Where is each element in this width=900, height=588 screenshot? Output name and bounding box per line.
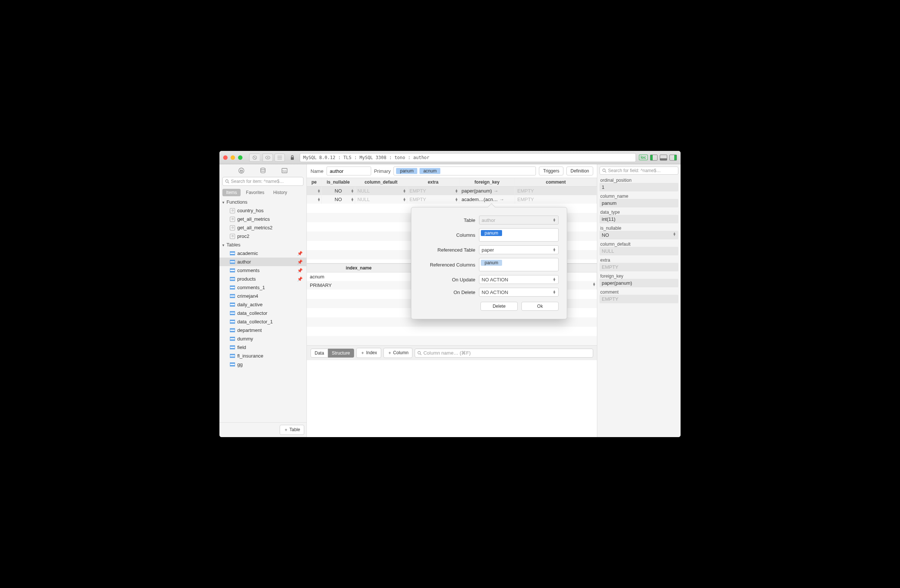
inspector-value[interactable]: int(11): [599, 215, 678, 223]
stepper-icon[interactable]: ▲▼: [351, 189, 354, 193]
sidebar-item-table[interactable]: data_collector_1: [219, 317, 306, 326]
inspector-value[interactable]: 1: [599, 183, 678, 192]
fk-ondelete-select[interactable]: NO ACTION▲▼: [479, 288, 559, 297]
sidebar-search[interactable]: Search for item: ^name$…: [222, 177, 304, 186]
sidebar-item-table[interactable]: field: [219, 343, 306, 351]
arrow-icon[interactable]: →: [500, 197, 504, 202]
col-header[interactable]: is_nullable: [322, 178, 355, 186]
sidebar-item-function[interactable]: ⚙get_all_metrics2: [219, 223, 306, 232]
inspector-value[interactable]: NO▲▼: [599, 231, 678, 239]
fk-table-select: author▲▼: [479, 215, 559, 224]
column-search[interactable]: Column name… (⌘F): [415, 349, 593, 357]
add-index-button[interactable]: ＋ Index: [356, 348, 381, 358]
add-column-button[interactable]: ＋ Column: [383, 348, 413, 358]
sidebar-item-table[interactable]: author📌: [219, 258, 306, 266]
bottom-panel-toggle[interactable]: [660, 155, 667, 161]
svg-line-13: [228, 182, 229, 183]
section-tables[interactable]: Tables: [219, 240, 306, 249]
maximize-button[interactable]: [238, 155, 242, 160]
stepper-icon[interactable]: ▲▼: [317, 189, 321, 193]
column-row[interactable]: ▲▼NO▲▼NULL▲▼EMPTY▲▼paper(panum)→EMPTY: [307, 187, 597, 195]
sidebar-item-table[interactable]: fl_insurance: [219, 351, 306, 360]
inspector-value[interactable]: EMPTY: [599, 295, 678, 303]
inspector-value[interactable]: panum: [599, 199, 678, 207]
lines-button[interactable]: [275, 153, 285, 162]
stop-button[interactable]: [249, 153, 259, 162]
stepper-icon[interactable]: ▲▼: [351, 198, 354, 201]
idx-header[interactable]: index_name: [307, 264, 411, 272]
definition-button[interactable]: Definition: [566, 167, 593, 175]
fk-refcol-chip[interactable]: panum: [481, 260, 502, 266]
col-header[interactable]: pe: [307, 178, 322, 186]
section-functions[interactable]: Functions: [219, 198, 306, 206]
fk-popover: Table author▲▼ Columns panum Referenced …: [411, 207, 567, 319]
plug-icon[interactable]: [238, 167, 245, 174]
fk-columns-box[interactable]: panum: [479, 228, 559, 241]
fk-ok-button[interactable]: Ok: [521, 302, 559, 311]
stepper-icon[interactable]: ▲▼: [593, 283, 596, 286]
sidebar-item-table[interactable]: products📌: [219, 275, 306, 283]
pin-icon[interactable]: 📌: [297, 268, 303, 273]
sidebar-item-table[interactable]: crimejan4: [219, 292, 306, 300]
inspector-value[interactable]: NULL: [599, 247, 678, 255]
sidebar-item-table[interactable]: daily_active: [219, 300, 306, 309]
col-header[interactable]: extra: [407, 178, 459, 186]
stepper-icon[interactable]: ▲▼: [455, 198, 458, 201]
stepper-icon[interactable]: ▲▼: [552, 248, 556, 252]
database-icon[interactable]: [259, 167, 266, 174]
triggers-button[interactable]: Triggers: [539, 167, 563, 175]
inspector-value[interactable]: EMPTY: [599, 263, 678, 271]
stepper-icon[interactable]: ▲▼: [552, 278, 556, 282]
col-header[interactable]: foreign_key: [459, 178, 515, 186]
pin-icon[interactable]: 📌: [297, 260, 303, 265]
stepper-icon[interactable]: ▲▼: [673, 232, 676, 236]
tab-history[interactable]: History: [270, 189, 291, 196]
connection-path[interactable]: MySQL 8.0.12 : TLS : MySQL 3308 : tono :…: [300, 153, 636, 162]
sidebar-item-table[interactable]: dummy: [219, 334, 306, 343]
sidebar-item-table[interactable]: academic📌: [219, 249, 306, 258]
stepper-icon[interactable]: ▲▼: [317, 198, 321, 201]
stepper-icon[interactable]: ▲▼: [403, 198, 406, 201]
sidebar-item-table[interactable]: comments📌: [219, 266, 306, 275]
fk-refcols-box[interactable]: panum: [479, 258, 559, 271]
sidebar-item-table[interactable]: comments_1: [219, 283, 306, 292]
close-button[interactable]: [223, 155, 228, 160]
table-name-input[interactable]: [326, 167, 371, 175]
tab-favorites[interactable]: Favorites: [242, 189, 268, 196]
sidebar-item-table[interactable]: data_collector: [219, 309, 306, 317]
stepper-icon[interactable]: ▲▼: [403, 189, 406, 193]
col-header[interactable]: comment: [515, 178, 597, 186]
pk-tag[interactable]: panum: [396, 168, 417, 174]
inspector-search[interactable]: Search for field: ^name$…: [599, 167, 678, 175]
add-table-button[interactable]: ＋ Table: [280, 425, 304, 435]
fk-delete-button[interactable]: Delete: [481, 302, 518, 311]
pk-tag[interactable]: acnum: [419, 168, 440, 174]
sidebar-item-function[interactable]: ⚙proc2: [219, 232, 306, 240]
fk-column-chip[interactable]: panum: [481, 230, 502, 236]
sql-icon[interactable]: SQL: [281, 167, 288, 174]
left-panel-toggle[interactable]: [650, 155, 658, 161]
sidebar-item-function[interactable]: ⚙get_all_metrics: [219, 215, 306, 223]
structure-tab[interactable]: Structure: [328, 349, 354, 357]
stepper-icon[interactable]: ▲▼: [455, 189, 458, 193]
pin-icon[interactable]: 📌: [297, 251, 303, 256]
tab-items[interactable]: Items: [222, 189, 241, 196]
primary-key-box[interactable]: panum acnum: [394, 167, 536, 175]
minimize-button[interactable]: [231, 155, 235, 160]
sidebar-item-table[interactable]: department: [219, 326, 306, 334]
pin-icon[interactable]: 📌: [297, 277, 303, 282]
stepper-icon[interactable]: ▲▼: [552, 290, 556, 294]
sidebar-item-table[interactable]: gg: [219, 360, 306, 369]
data-tab[interactable]: Data: [310, 349, 328, 357]
arrow-icon[interactable]: →: [493, 188, 498, 193]
fk-table-label: Table: [419, 217, 475, 223]
column-row[interactable]: ▲▼NO▲▼NULL▲▼EMPTY▲▼academ…(acn…→EMPTY: [307, 195, 597, 204]
inspector-value[interactable]: paper(panum): [599, 279, 678, 287]
fk-onupdate-select[interactable]: NO ACTION▲▼: [479, 275, 559, 284]
item-label: author: [237, 259, 251, 265]
right-panel-toggle[interactable]: [669, 155, 677, 161]
sidebar-item-function[interactable]: ⚙country_hos: [219, 206, 306, 215]
col-header[interactable]: column_default: [355, 178, 407, 186]
fk-reftable-select[interactable]: paper▲▼: [479, 245, 559, 254]
view-button[interactable]: [262, 153, 273, 162]
